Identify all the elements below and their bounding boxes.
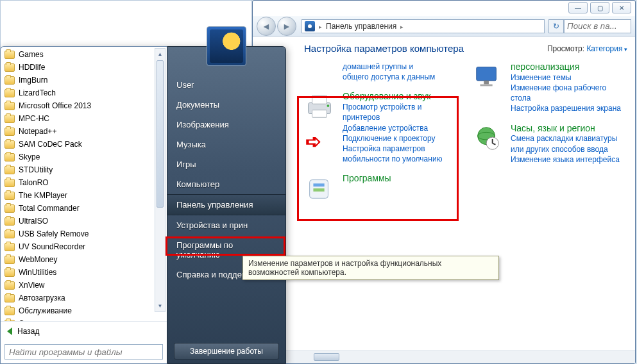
folder-label: Microsoft Office 2013 [19, 101, 91, 110]
back-button[interactable]: Назад [1, 321, 167, 340]
link-homegroup-1[interactable]: домашней группы и [343, 62, 459, 72]
view-label: Просмотр: [547, 44, 584, 53]
program-folder-item[interactable]: Автозагрузка [1, 292, 167, 304]
program-folder-item[interactable]: WinUtilities [1, 266, 167, 279]
folder-label: Notepad++ [19, 127, 56, 136]
search-input[interactable] [564, 19, 631, 33]
start-menu: GamesHDDlifeImgBurnLizardTechMicrosoft O… [0, 46, 286, 364]
breadcrumb-sep [319, 22, 322, 31]
link-change-theme[interactable]: Изменение темы [511, 72, 627, 83]
program-folder-item[interactable]: HDDlife [1, 61, 167, 74]
globe-clock-icon [472, 123, 503, 154]
menu-item-documents[interactable]: Документы [167, 95, 285, 115]
page-title: Настройка параметров компьютера [304, 43, 464, 54]
category-clock-title[interactable]: Часы, язык и регион [511, 123, 627, 134]
breadcrumb-control-panel[interactable]: Панель управления [326, 22, 396, 31]
back-label: Назад [17, 327, 39, 336]
toolbar: ◄ ► Панель управления ↻ [253, 16, 635, 37]
program-folder-item[interactable]: XnView [1, 279, 167, 292]
link-keyboard-layout[interactable]: Смена раскладки клавиатуры или других сп… [511, 133, 627, 154]
annotation-arrow-icon: ➪ [305, 130, 321, 153]
folder-icon [4, 179, 15, 187]
maximize-button[interactable]: ▢ [590, 2, 609, 13]
program-folder-item[interactable]: WebMoney [1, 253, 167, 266]
category-network-fragment: домашней группы и общего доступа к данны… [304, 62, 459, 82]
address-bar[interactable]: Панель управления [302, 19, 545, 33]
folder-icon [4, 140, 15, 149]
program-folder-item[interactable]: Skype [1, 151, 167, 163]
folder-icon [4, 269, 15, 277]
view-value-link[interactable]: Категория [586, 44, 627, 53]
category-personalization-fragment: персонализация Изменение темы Изменение … [472, 62, 627, 114]
program-folder-item[interactable]: SAM CoDeC Pack [1, 138, 167, 151]
folder-icon [4, 63, 15, 72]
program-folder-item[interactable]: ImgBurn [1, 74, 167, 87]
folder-label: LizardTech [19, 88, 56, 97]
svg-rect-9 [480, 85, 493, 87]
back-arrow-icon [7, 327, 12, 335]
program-folder-item[interactable]: UltraISO [1, 215, 167, 228]
user-avatar[interactable] [207, 26, 246, 66]
program-folder-item[interactable]: Microsoft Office 2013 [1, 99, 167, 112]
program-folder-item[interactable]: Notepad++ [1, 125, 167, 138]
view-selector: Просмотр: Категория [547, 44, 627, 53]
program-folder-item[interactable]: Games [1, 48, 167, 61]
close-button[interactable]: ✕ [612, 2, 631, 13]
scrollbar-thumb[interactable] [157, 60, 164, 208]
folder-label: STDUtility [19, 165, 53, 174]
program-folder-item[interactable]: Total Commander [1, 202, 167, 215]
menu-item-images[interactable]: Изображения [167, 115, 285, 135]
folder-icon [4, 166, 15, 174]
menu-item-music[interactable]: Музыка [167, 135, 285, 154]
category-clock-language-region: Часы, язык и регион Смена раскладки клав… [472, 123, 627, 165]
link-change-wallpaper[interactable]: Изменение фона рабочего стола [511, 83, 627, 103]
folder-icon [4, 128, 15, 136]
link-homegroup-2[interactable]: общего доступа к данным [343, 72, 459, 82]
nav-forward-button[interactable]: ► [277, 17, 296, 36]
folder-icon [4, 192, 15, 200]
folder-label: WebMoney [19, 255, 57, 264]
folder-label: WinUtilities [19, 268, 56, 277]
folder-icon [4, 294, 15, 302]
refresh-button[interactable]: ↻ [548, 19, 564, 33]
scroll-up-arrow[interactable]: ▲ [155, 49, 165, 60]
folder-icon [4, 307, 15, 315]
folder-label: MPC-HC [19, 114, 49, 123]
program-folder-item[interactable]: MPC-HC [1, 112, 167, 125]
appearance-icon [472, 62, 503, 92]
breadcrumb-sep [400, 22, 403, 31]
start-menu-right-pane: User Документы Изображения Музыка Игры К… [167, 46, 286, 364]
menu-item-user[interactable]: User [167, 75, 285, 95]
folder-label: Автозагрузка [19, 294, 65, 302]
folder-label: Skype [19, 153, 40, 161]
program-folder-list[interactable]: GamesHDDlifeImgBurnLizardTechMicrosoft O… [1, 47, 167, 321]
folder-icon [4, 102, 15, 110]
category-personalization-title[interactable]: персонализация [511, 62, 627, 72]
menu-item-computer[interactable]: Компьютер [167, 174, 285, 194]
menu-item-devices[interactable]: Устройства и прин [167, 215, 285, 235]
annotation-box-hardware [297, 96, 459, 221]
folder-icon [4, 217, 15, 226]
program-folder-item[interactable]: The KMPlayer [1, 189, 167, 202]
start-search-input[interactable] [4, 344, 163, 360]
scroll-down-arrow[interactable]: ▼ [155, 301, 165, 311]
vertical-scrollbar[interactable]: ▲ ▼ [155, 48, 166, 312]
program-folder-item[interactable]: TalonRO [1, 176, 167, 189]
horizontal-scrollbar[interactable] [253, 351, 635, 363]
nav-back-button[interactable]: ◄ [257, 17, 276, 36]
program-folder-item[interactable]: USB Safely Remove [1, 228, 167, 240]
minimize-button[interactable]: — [568, 2, 588, 13]
menu-item-games[interactable]: Игры [167, 154, 285, 174]
program-folder-item[interactable]: STDUtility [1, 163, 167, 176]
window-titlebar-buttons: — ▢ ✕ [568, 2, 631, 13]
folder-icon [4, 51, 15, 59]
program-folder-item[interactable]: Обслуживание [1, 304, 167, 317]
program-folder-item[interactable]: UV SoundRecorder [1, 240, 167, 253]
program-folder-item[interactable]: LizardTech [1, 87, 167, 99]
scrollbar-thumb[interactable] [314, 353, 339, 361]
link-resolution[interactable]: Настройка разрешения экрана [511, 103, 627, 113]
folder-label: Total Commander [19, 204, 80, 213]
menu-item-control-panel[interactable]: Панель управления [167, 194, 285, 215]
link-change-language[interactable]: Изменение языка интерфейса [511, 154, 627, 165]
shutdown-button[interactable]: Завершение работы [174, 343, 279, 360]
